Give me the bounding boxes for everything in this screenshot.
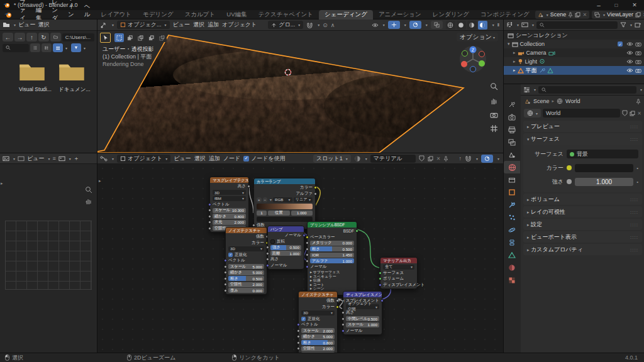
shading-wireframe-button[interactable] bbox=[446, 21, 455, 30]
workspace-tab-sculpting[interactable]: スカルプト bbox=[179, 10, 221, 19]
viewport-editor-icon[interactable] bbox=[100, 22, 108, 28]
maximize-button[interactable]: □ bbox=[608, 0, 625, 10]
shading-rendered-button[interactable] bbox=[478, 21, 487, 30]
disclosure-triangle[interactable]: ▸ bbox=[513, 50, 516, 55]
transform-orientation-dropdown[interactable]: グロ...▾ bbox=[268, 21, 303, 29]
proportional-edit-icon[interactable]: ⊙ bbox=[323, 22, 328, 28]
unlink-scene-icon[interactable]: ✕ bbox=[582, 12, 587, 18]
disclosure-triangle[interactable]: ▸ bbox=[513, 68, 516, 73]
disable-render-camera-icon[interactable] bbox=[635, 50, 641, 55]
tab-render[interactable] bbox=[504, 111, 520, 123]
disclosure-triangle[interactable]: ▸ bbox=[513, 59, 516, 64]
panel-settings[interactable]: ▸ 設定:::: bbox=[523, 219, 642, 230]
viewport-menu-add[interactable]: 追加 bbox=[208, 21, 219, 29]
socket-vector-input[interactable] bbox=[208, 203, 211, 206]
panel-custom-properties[interactable]: ▸ カスタムプロパティ:::: bbox=[523, 244, 642, 255]
select-mode-box-button[interactable] bbox=[114, 33, 124, 42]
ramp-delete-stop-button[interactable]: − bbox=[263, 197, 268, 202]
select-tool-button[interactable] bbox=[100, 33, 111, 43]
node-noise-texture-2[interactable]: ノイズテクスチャ 係数 カラー 3D▾ ✓正規化 ベクトル スケール2.000 … bbox=[298, 291, 338, 359]
midlevel-field[interactable]: 中間レベル0.500 bbox=[346, 316, 379, 321]
panel-viewport-display[interactable]: ▸ ビューポート表示:::: bbox=[523, 231, 642, 243]
scale-field[interactable]: スケール2.000 bbox=[301, 328, 335, 333]
options-dropdown[interactable]: オプション▾ bbox=[457, 33, 498, 41]
view-mode-icon[interactable] bbox=[18, 156, 25, 162]
socket-vector-input[interactable] bbox=[297, 323, 300, 326]
viewport-menu-object[interactable]: オブジェクト bbox=[222, 21, 257, 29]
outliner-editor-icon[interactable] bbox=[506, 22, 513, 28]
file-search-input[interactable] bbox=[3, 44, 29, 52]
camera-view-gizmo-icon[interactable] bbox=[490, 111, 498, 118]
pin-icon[interactable] bbox=[636, 99, 641, 104]
properties-editor-icon[interactable] bbox=[523, 87, 530, 93]
socket-normal-input[interactable] bbox=[341, 329, 345, 332]
filter-options-caret[interactable]: ▾ bbox=[84, 46, 86, 50]
copy-icon[interactable] bbox=[635, 12, 641, 18]
copy-icon[interactable] bbox=[630, 111, 635, 116]
properties-search-input[interactable] bbox=[538, 86, 636, 94]
path-field[interactable]: C:\Users\... bbox=[62, 33, 94, 41]
xray-toggle-button[interactable] bbox=[431, 21, 443, 29]
tab-scene[interactable] bbox=[504, 148, 520, 161]
breadcrumb-world[interactable]: World bbox=[565, 98, 580, 104]
node-header[interactable]: ノイズテクスチャ bbox=[299, 292, 337, 297]
image-menu-view[interactable]: ビュー bbox=[27, 155, 44, 163]
navigation-gizmo[interactable]: Z bbox=[458, 45, 487, 74]
socket-scale-input[interactable] bbox=[208, 209, 211, 212]
node-principled-bsdf[interactable]: プリンシプルBSDF BSDF ベースカラー メタリック0.000 粗さ0.50… bbox=[307, 221, 357, 295]
detail-field[interactable]: 細かさ5.000 bbox=[228, 270, 264, 275]
socket-height-input[interactable] bbox=[341, 311, 345, 314]
display-horizontal-list-button[interactable] bbox=[42, 43, 52, 52]
ramp-position-value[interactable]: 1.000 bbox=[291, 211, 313, 216]
close-button[interactable]: ✕ bbox=[625, 0, 644, 10]
shading-material-button[interactable] bbox=[467, 21, 477, 30]
workspace-tab-uv[interactable]: UV編集 bbox=[221, 10, 252, 19]
select-mode-extend-button[interactable] bbox=[125, 33, 135, 42]
outliner-row-light[interactable]: ▸ Light bbox=[504, 57, 644, 66]
workspace-tab-shading[interactable]: シェーディング bbox=[319, 10, 373, 19]
overlays-toggle-button[interactable] bbox=[409, 21, 421, 29]
socket-detail-input[interactable] bbox=[208, 215, 211, 218]
fake-user-shield-icon[interactable] bbox=[622, 110, 628, 116]
node-bump[interactable]: バンプ ノーマル 反転 強さ0.500 距離1.000 高さ ノーマル bbox=[267, 226, 304, 270]
falloff-curve-icon[interactable]: ∧ bbox=[331, 22, 335, 28]
metallic-field[interactable]: メタリック0.000 bbox=[310, 241, 354, 246]
zoom-gizmo-icon[interactable] bbox=[490, 82, 498, 90]
scale-field[interactable]: スケール5.000 bbox=[228, 264, 264, 269]
minimize-button[interactable]: – bbox=[590, 0, 608, 10]
outliner-row-scene-collection[interactable]: シーンコレクション bbox=[504, 31, 644, 40]
strength-slider[interactable]: 1.000 bbox=[575, 178, 633, 186]
select-mode-subtract-button[interactable] bbox=[136, 33, 145, 42]
filter-toggle-button[interactable] bbox=[71, 43, 81, 52]
workspace-tab-modeling[interactable]: モデリング bbox=[137, 10, 179, 19]
normalize-checkbox[interactable]: ✓正規化 bbox=[228, 252, 264, 257]
folder-item-documents[interactable]: ドキュメン... bbox=[58, 61, 91, 94]
toggle-grid-gizmo-icon[interactable] bbox=[490, 124, 498, 133]
panel-volume[interactable]: ▸ ボリューム:::: bbox=[523, 194, 642, 205]
workspace-tab-rendering[interactable]: レンダリング bbox=[427, 10, 475, 19]
roughness-field[interactable]: 粗さ0.500 bbox=[228, 276, 264, 281]
ramp-add-stop-button[interactable]: + bbox=[257, 197, 262, 202]
noise-dimensions-select[interactable]: 3D▾ bbox=[228, 246, 264, 251]
tab-view-layer[interactable] bbox=[504, 136, 520, 148]
detail-field[interactable]: 細かさ5.000 bbox=[301, 334, 335, 339]
disable-render-camera-icon[interactable] bbox=[635, 68, 641, 73]
socket-volume-input[interactable] bbox=[379, 277, 382, 280]
properties-options-caret[interactable]: ▾ bbox=[640, 87, 642, 92]
node-header[interactable]: プリンシプルBSDF bbox=[308, 222, 357, 228]
new-image-icon[interactable]: ＋ bbox=[74, 155, 79, 163]
pan-hand-gizmo-icon[interactable] bbox=[490, 97, 498, 105]
socket-bsdf-output[interactable] bbox=[355, 229, 358, 233]
distance-field[interactable]: 距離1.000 bbox=[270, 251, 301, 256]
socket-displacement-input[interactable] bbox=[379, 283, 382, 287]
socket-lacunarity-input[interactable] bbox=[208, 227, 211, 230]
node-noise-texture-1[interactable]: ノイズテクスチャ 係数 カラー 3D▾ ✓正規化 ベクトル スケール5.000 … bbox=[225, 227, 267, 295]
surface-shader-dropdown[interactable]: 背景 bbox=[567, 150, 638, 158]
ramp-gradient-bar[interactable] bbox=[257, 204, 313, 209]
alpha-field[interactable]: アルファ1.000 bbox=[310, 258, 354, 263]
hide-eye-icon[interactable] bbox=[626, 68, 633, 73]
world-browse-button[interactable]: ▾ bbox=[524, 109, 541, 118]
node-header[interactable]: マスグレイブテクスチャ bbox=[210, 177, 248, 183]
musgrave-dimensions-select[interactable]: 3D▾ bbox=[213, 190, 246, 195]
file-menu-view[interactable]: ビュー bbox=[18, 21, 35, 29]
